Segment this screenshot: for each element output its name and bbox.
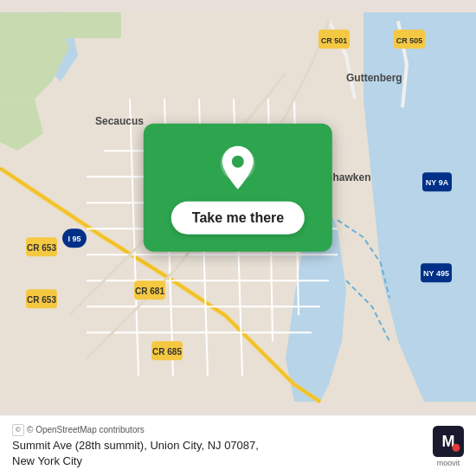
moovit-logo-icon: M — [433, 426, 464, 457]
action-card: Take me there — [144, 124, 332, 252]
moovit-wordmark: moovit — [437, 459, 460, 467]
osm-logo: © — [12, 424, 24, 436]
app: CR 653 CR 653 CR 681 CR 685 I 95 CR 501 … — [0, 0, 476, 476]
svg-text:CR 501: CR 501 — [321, 36, 348, 45]
address-text: Summit Ave (28th summit), Union City, NJ… — [12, 438, 259, 469]
location-pin-icon — [217, 145, 259, 193]
svg-text:I 95: I 95 — [68, 235, 80, 243]
bottom-bar: © © OpenStreetMap contributors Summit Av… — [0, 415, 476, 476]
svg-text:Guttenberg: Guttenberg — [346, 72, 402, 84]
svg-text:NY 9A: NY 9A — [426, 178, 449, 187]
bottom-info: © © OpenStreetMap contributors Summit Av… — [12, 424, 259, 469]
take-me-there-button[interactable]: Take me there — [171, 202, 305, 235]
svg-text:CR 505: CR 505 — [396, 36, 423, 45]
osm-credit: © © OpenStreetMap contributors — [12, 424, 259, 436]
svg-text:CR 653: CR 653 — [27, 243, 56, 253]
svg-text:Secaucus: Secaucus — [95, 115, 144, 127]
svg-text:NY 495: NY 495 — [423, 269, 449, 278]
svg-text:CR 681: CR 681 — [135, 286, 164, 296]
map-container: CR 653 CR 653 CR 681 CR 685 I 95 CR 501 … — [0, 0, 476, 415]
svg-point-42 — [453, 444, 460, 452]
svg-text:CR 653: CR 653 — [27, 295, 56, 305]
svg-point-39 — [232, 156, 244, 168]
moovit-logo: M moovit — [433, 426, 464, 467]
svg-rect-36 — [52, 12, 121, 38]
svg-text:CR 685: CR 685 — [152, 347, 182, 357]
